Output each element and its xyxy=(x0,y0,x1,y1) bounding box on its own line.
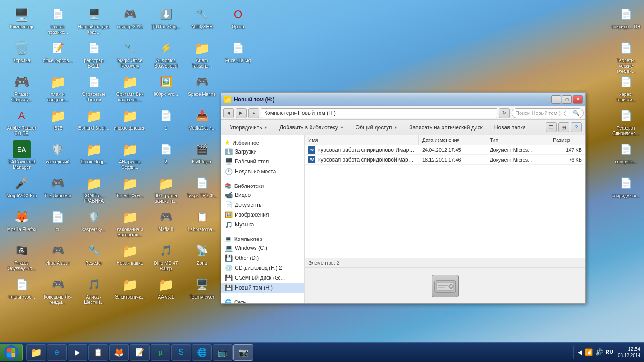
view-list-icon[interactable]: ☰ xyxy=(546,122,557,132)
desktop-icon-ea[interactable]: EA EA Download Manager xyxy=(4,139,40,172)
desktop-icon-auslogics[interactable]: ⚡ Auslogics BossSpeed xyxy=(148,37,184,71)
desktop-icon-1[interactable]: 📄 1 xyxy=(148,105,184,139)
nav-documents[interactable]: 📄 Документы xyxy=(221,200,304,210)
desktop-icon-computer[interactable]: 🖥️ Компьютер xyxy=(4,4,40,37)
desktop-icon-plan[interactable]: 📁 план и введени... xyxy=(40,71,76,105)
taskbar-word[interactable]: 📝 xyxy=(130,344,150,361)
taskbar-utorrent[interactable]: µ xyxy=(151,344,170,361)
desktop-icon-plates[interactable]: 📄 платы курс... xyxy=(4,274,40,308)
nav-other-d[interactable]: 💾 Other (D:) xyxy=(221,253,304,263)
desktop-icon-4n-group[interactable]: 📁 4Н-группа Серди... xyxy=(112,139,148,172)
desktop-icon-registrar[interactable]: 📄 регіcтрар Вх2Ш xyxy=(76,37,112,71)
tray-volume-icon[interactable]: 🔊 xyxy=(595,348,603,356)
tray-network-icon[interactable]: 📶 xyxy=(585,348,593,356)
desktop-icon-korzina[interactable]: 🗑️ Корзина xyxy=(4,37,40,71)
toolbar-share-button[interactable]: Общий доступ ▼ xyxy=(351,122,403,133)
taskbar-task4[interactable]: 📋 xyxy=(88,344,108,361)
desktop-icon-opera[interactable]: O Opera xyxy=(220,4,256,37)
nav-desktop[interactable]: 🖥️ Рабочий стол xyxy=(221,157,304,167)
address-path[interactable]: Компьютер ▶ Новый том (H:) xyxy=(261,108,497,118)
desktop-icon-rutor[interactable]: ⬇️ [RUTorr.Orig... xyxy=(148,4,184,37)
desktop-icon-napraytol[interactable]: 🖥️ Напрайтол для Крас... xyxy=(76,4,112,37)
nav-recent[interactable]: 🕐 Недавние места xyxy=(221,167,304,176)
col-date[interactable]: Дата изменения xyxy=(419,135,486,145)
desktop-icon-price[interactable]: 📄 Price-10/ Мg xyxy=(220,37,256,71)
taskbar-ie[interactable]: e xyxy=(47,344,67,361)
desktop-icon-torrent-file[interactable]: 📁 Torrent-Фле... xyxy=(112,172,148,206)
desktop-icon-entomolg[interactable]: 📁 Entomologj... xyxy=(76,139,112,172)
desktop-icon-origami[interactable]: 📁 Оригами-Вик напрален... xyxy=(112,71,148,105)
desktop-icon-referat[interactable]: 📄 Реферат Спиридоно... xyxy=(608,105,644,139)
desktop-icon-laborator[interactable]: 📋 Laboratorna... xyxy=(184,206,220,240)
help-button[interactable]: ? xyxy=(571,122,582,132)
desktop-icon-mafia2[interactable]: 🎮 Mafia II xyxy=(148,206,184,240)
desktop-icon-spiridon-doc[interactable]: 📄 спириденко... xyxy=(608,172,644,206)
taskbar-mediaplayer[interactable]: ▶ xyxy=(68,344,87,361)
desktop-icon-zona[interactable]: 📡 Zona xyxy=(184,240,220,274)
desktop-icon-kasper[interactable]: 🛡️ касперский xyxy=(40,139,76,172)
desktop-icon-magic[interactable]: 🔧 Magic Office Recovery xyxy=(112,37,148,71)
desktop-icon-borland[interactable]: 📁 Borland Studi... xyxy=(76,105,112,139)
clock[interactable]: 12:54 08.12.2014 xyxy=(618,346,640,359)
desktop-icon-pirates[interactable]: 🎮 Pirates Odyssey... xyxy=(4,71,40,105)
desktop-icon-igra[interactable]: 🎮 Игра Alavar xyxy=(40,240,76,274)
desktop-icon-resetter[interactable]: 🔧 Resetter xyxy=(76,240,112,274)
desktop-icon-group304[interactable]: 📁 304 группа заявка н... xyxy=(148,172,184,206)
col-size[interactable]: Размер xyxy=(549,135,585,145)
nav-windows-c[interactable]: 💻 Windows (C:) xyxy=(221,243,304,253)
minimize-button[interactable]: — xyxy=(551,95,561,104)
toolbar-organize-button[interactable]: Упорядочить ▼ xyxy=(225,122,273,133)
desktop-icon-glanes[interactable]: 📄 гланес правике... xyxy=(40,4,76,37)
desktop-icon-800px[interactable]: 🖼️ 800px-Vro... xyxy=(148,71,184,105)
desktop-icon-infas[interactable]: 📁 инфас флешки xyxy=(112,105,148,139)
taskbar-active[interactable]: 📷 xyxy=(233,344,253,361)
taskbar-firefox[interactable]: 🦊 xyxy=(109,344,129,361)
desktop-icon-compone[interactable]: 📄 compone... xyxy=(608,139,644,172)
desktop-icon-xar[interactable]: 📄 харак-теристи... xyxy=(608,71,644,105)
desktop-icon-novaya-papka[interactable]: 📁 Новая папка xyxy=(112,240,148,274)
desktop-icon-ib75[interactable]: 📁 IB75 xyxy=(40,105,76,139)
desktop-icon-electronik[interactable]: 📁 Электрони-к... xyxy=(112,274,148,308)
nav-music[interactable]: 🎵 Музыка xyxy=(221,220,304,230)
file-row-0[interactable]: W курсовая работа спиридоново Ймарины 24… xyxy=(305,145,585,155)
toolbar-burn-button[interactable]: Записать на оптический диск xyxy=(404,122,488,133)
desktop-icon-mediaget[interactable]: 📥 MediaGet и... xyxy=(184,105,220,139)
search-box[interactable]: Поиск: Новый том (H:) 🔍 xyxy=(512,108,584,118)
taskbar-tv[interactable]: 📺 xyxy=(213,344,233,361)
desktop-icon-teamview[interactable]: 🖥️ TeamViewer xyxy=(184,274,220,308)
desktop-icon-pirates2[interactable]: 🏴‍☠️ Pirates Odyssey-Ло... xyxy=(4,240,40,274)
forward-button[interactable]: ▶ xyxy=(236,108,247,118)
desktop-icon-artem[interactable]: 📁 Artem Tatische... xyxy=(184,37,220,71)
desktop-icon-sniper[interactable]: 🎮 снипер-2011 xyxy=(112,4,148,37)
toolbar-add-library-button[interactable]: Добавить в библиотеку ▼ xyxy=(274,122,348,133)
desktop-icon-kmplayer[interactable]: 🎬 KMPlayer xyxy=(184,139,220,172)
back-button[interactable]: ◀ xyxy=(223,108,234,118)
desktop-icon-mozilla[interactable]: 🦊 Mozilla Firefox xyxy=(4,206,40,240)
nav-downloads[interactable]: ⬇️ Загрузки xyxy=(221,147,304,157)
desktop-icon-ability[interactable]: 🔧 AbilitySHH xyxy=(184,4,220,37)
desktop-icon-saboteur[interactable]: 🎮 The Saboteur xyxy=(40,172,76,206)
desktop-icon-corsairs[interactable]: 🎮 Корсарив Ле-генды... xyxy=(40,274,76,308)
nav-removable-g[interactable]: 💾 Съемный диск (G:... xyxy=(221,273,304,283)
nav-video[interactable]: 📹 Видео xyxy=(221,190,304,200)
desktop-icon-dino[interactable]: 🎵 Dino MC 47 Ramp xyxy=(148,240,184,274)
up-button[interactable]: ▲ xyxy=(248,108,259,118)
desktop-icon-spiridon2[interactable]: 📄 спириде... ОН xyxy=(608,4,644,37)
refresh-button[interactable]: ↻ xyxy=(499,108,510,118)
desktop-icon-office-kurs[interactable]: 📝 office курсов... xyxy=(40,37,76,71)
start-button[interactable] xyxy=(0,344,23,361)
nav-new-h[interactable]: 💾 Новый том (H:) xyxy=(221,283,304,293)
tray-lang[interactable]: RU xyxy=(606,349,613,355)
desktop-icon-morphvox[interactable]: 🎤 MorphVOX Pro xyxy=(4,172,40,206)
taskbar-skype[interactable]: S xyxy=(171,344,191,361)
desktop-icon-cr[interactable]: 📄 cr xyxy=(40,206,76,240)
desktop-icon-alisa[interactable]: 🎵 Алиса - Шестой... xyxy=(76,274,112,308)
nav-images[interactable]: 🖼️ Изображения xyxy=(221,210,304,220)
col-type[interactable]: Тип xyxy=(486,135,549,145)
tray-expand-icon[interactable]: ◀ xyxy=(577,348,582,356)
desktop-icon-labowanie[interactable]: 📁 лабование и матерыло... xyxy=(112,206,148,240)
desktop-icon-tasps[interactable]: 📄 Tasps TPS Ф... xyxy=(184,172,220,206)
file-row-1[interactable]: W курсовая работа спиридоновой марины. 1… xyxy=(305,155,585,165)
taskbar-chrome[interactable]: 🌐 xyxy=(192,344,212,361)
maximize-button[interactable]: □ xyxy=(562,95,572,104)
